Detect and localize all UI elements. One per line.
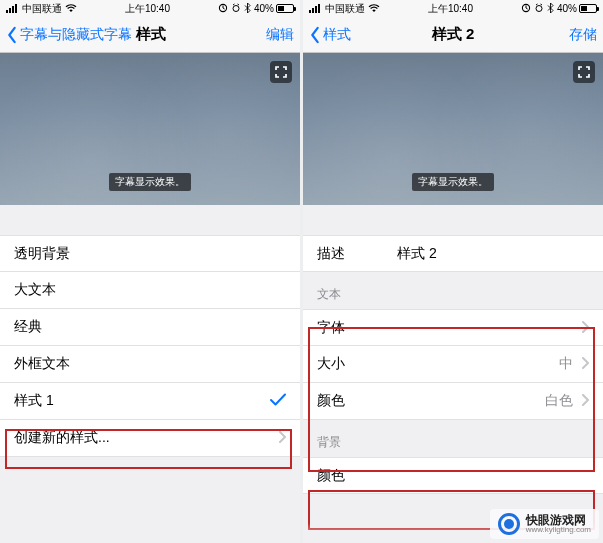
edit-button[interactable]: 编辑 — [266, 26, 294, 44]
back-button[interactable]: 样式 — [309, 26, 351, 44]
svg-rect-3 — [15, 4, 17, 13]
svg-point-5 — [233, 5, 239, 11]
alarm-icon — [534, 3, 544, 15]
style-option[interactable]: 大文本 — [0, 272, 300, 309]
carrier-label: 中国联通 — [22, 2, 62, 16]
nav-title: 样式 — [136, 25, 166, 44]
wifi-icon — [65, 3, 77, 15]
chevron-right-icon — [581, 320, 589, 336]
section-header-background: 背景 — [303, 420, 603, 457]
text-settings: 字体 大小 中 颜色 白色 — [303, 309, 603, 420]
watermark-line2: www.kyligting.com — [526, 526, 591, 534]
battery-pct: 40% — [254, 3, 274, 14]
checkmark-icon — [270, 393, 286, 409]
svg-rect-1 — [9, 8, 11, 13]
svg-point-11 — [536, 5, 542, 11]
chevron-right-icon — [278, 430, 286, 446]
back-button[interactable]: 字幕与隐藏式字幕 — [6, 26, 132, 44]
orientation-lock-icon — [521, 3, 531, 15]
font-row[interactable]: 字体 — [303, 309, 603, 346]
svg-rect-0 — [6, 10, 8, 13]
status-time: 上午10:40 — [428, 2, 473, 16]
alarm-icon — [231, 3, 241, 15]
svg-rect-7 — [312, 8, 314, 13]
battery-pct: 40% — [557, 3, 577, 14]
orientation-lock-icon — [218, 3, 228, 15]
status-bar: 中国联通 上午10:40 40% — [0, 0, 300, 17]
svg-rect-2 — [12, 6, 14, 13]
nav-bar: 样式 样式 2 存储 — [303, 17, 603, 53]
expand-icon[interactable] — [573, 61, 595, 83]
chevron-right-icon — [581, 393, 589, 409]
signal-icon — [6, 3, 19, 15]
describe-row[interactable]: 描述 样式 2 — [303, 235, 603, 272]
back-label: 样式 — [323, 26, 351, 44]
svg-rect-9 — [318, 4, 320, 13]
screen-styles-list: 中国联通 上午10:40 40% — [0, 0, 300, 543]
size-value: 中 — [559, 355, 573, 373]
color-row[interactable]: 颜色 白色 — [303, 383, 603, 420]
bluetooth-icon — [547, 3, 554, 15]
color-value: 白色 — [545, 392, 573, 410]
bluetooth-icon — [244, 3, 251, 15]
watermark: 快眼游戏网 www.kyligting.com — [490, 509, 599, 539]
size-row[interactable]: 大小 中 — [303, 346, 603, 383]
section-header-text: 文本 — [303, 272, 603, 309]
preview-video: 字幕显示效果。 — [0, 53, 300, 205]
watermark-logo — [498, 513, 520, 535]
preview-caption: 字幕显示效果。 — [412, 173, 494, 191]
status-bar: 中国联通 上午10:40 40% — [303, 0, 603, 17]
style-option-selected[interactable]: 样式 1 — [0, 383, 300, 420]
style-option[interactable]: 透明背景 — [0, 235, 300, 272]
background-settings: 颜色 — [303, 457, 603, 494]
styles-list: 透明背景 大文本 经典 外框文本 样式 1 创建新的样式... — [0, 235, 300, 457]
chevron-right-icon — [581, 356, 589, 372]
status-time: 上午10:40 — [125, 2, 170, 16]
style-option[interactable]: 外框文本 — [0, 346, 300, 383]
describe-value: 样式 2 — [397, 245, 437, 263]
battery-icon — [276, 4, 294, 13]
style-option[interactable]: 经典 — [0, 309, 300, 346]
nav-bar: 字幕与隐藏式字幕 样式 编辑 — [0, 17, 300, 53]
save-button[interactable]: 存储 — [569, 26, 597, 44]
signal-icon — [309, 3, 322, 15]
expand-icon[interactable] — [270, 61, 292, 83]
wifi-icon — [368, 3, 380, 15]
preview-video: 字幕显示效果。 — [303, 53, 603, 205]
describe-label: 描述 — [317, 245, 397, 263]
create-new-style[interactable]: 创建新的样式... — [0, 420, 300, 457]
back-label: 字幕与隐藏式字幕 — [20, 26, 132, 44]
preview-caption: 字幕显示效果。 — [109, 173, 191, 191]
svg-rect-8 — [315, 6, 317, 13]
screen-style-edit: 中国联通 上午10:40 40% — [303, 0, 603, 543]
bg-color-row[interactable]: 颜色 — [303, 457, 603, 494]
battery-icon — [579, 4, 597, 13]
svg-rect-6 — [309, 10, 311, 13]
carrier-label: 中国联通 — [325, 2, 365, 16]
